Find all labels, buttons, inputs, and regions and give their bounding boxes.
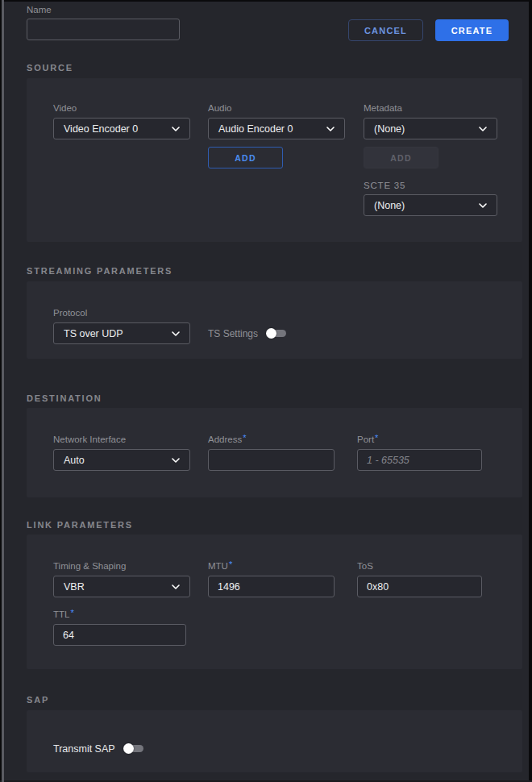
audio-label: Audio	[208, 103, 231, 113]
destination-panel: Network Interface Auto Address* Port*	[27, 408, 522, 497]
chevron-down-icon	[172, 127, 180, 131]
required-marker: *	[243, 433, 246, 443]
metadata-add-button: ADD	[364, 147, 438, 168]
video-select[interactable]: Video Encoder 0	[53, 118, 190, 139]
audio-select-value: Audio Encoder 0	[218, 123, 293, 135]
chevron-down-icon	[172, 331, 180, 336]
streaming-panel: Protocol TS over UDP TS Settings	[27, 281, 522, 359]
scte35-select-value: (None)	[374, 200, 405, 211]
required-marker: *	[375, 433, 378, 443]
timing-shaping-select-value: VBR	[64, 581, 85, 593]
name-label: Name	[27, 5, 52, 15]
source-section-title: SOURCE	[27, 63, 73, 73]
video-label: Video	[53, 103, 77, 113]
port-label: Port*	[357, 435, 378, 444]
protocol-label: Protocol	[53, 308, 87, 318]
metadata-select[interactable]: (None)	[364, 118, 497, 139]
ts-settings-row: TS Settings	[208, 322, 286, 344]
cancel-button[interactable]: CANCEL	[348, 19, 423, 41]
metadata-select-value: (None)	[374, 123, 405, 135]
metadata-label: Metadata	[364, 103, 402, 113]
sap-panel: Transmit SAP	[27, 710, 522, 772]
chevron-down-icon	[326, 127, 335, 131]
video-select-value: Video Encoder 0	[64, 123, 138, 135]
tos-label: ToS	[357, 561, 373, 571]
link-panel: Timing & Shaping VBR MTU* ToS TTL*	[27, 535, 522, 669]
required-marker: *	[70, 608, 73, 618]
toggle-knob	[123, 743, 134, 754]
transmit-sap-row: Transmit SAP	[53, 738, 143, 759]
name-input[interactable]	[27, 19, 180, 40]
scte35-label: SCTE 35	[364, 181, 405, 190]
mtu-label: MTU*	[208, 561, 232, 571]
window-right-edge	[529, 0, 532, 782]
streaming-section-title: STREAMING PARAMETERS	[27, 266, 172, 276]
destination-section-title: DESTINATION	[27, 393, 102, 403]
protocol-select-value: TS over UDP	[64, 328, 123, 339]
network-interface-label: Network Interface	[53, 435, 126, 444]
timing-shaping-label: Timing & Shaping	[53, 561, 126, 571]
address-input[interactable]	[208, 449, 335, 471]
left-scrollbar[interactable]	[2, 0, 4, 782]
window-top-edge	[0, 0, 532, 2]
transmit-sap-label: Transmit SAP	[53, 743, 115, 755]
mtu-input[interactable]	[208, 576, 335, 597]
address-label: Address*	[208, 435, 246, 444]
chevron-down-icon	[479, 203, 487, 208]
ts-settings-toggle[interactable]	[266, 328, 286, 339]
chevron-down-icon	[172, 458, 180, 463]
required-marker: *	[229, 559, 232, 569]
port-input[interactable]	[357, 449, 482, 471]
transmit-sap-toggle[interactable]	[123, 743, 143, 754]
create-button[interactable]: CREATE	[435, 19, 509, 41]
protocol-select[interactable]: TS over UDP	[53, 322, 190, 344]
toggle-knob	[266, 328, 276, 339]
audio-select[interactable]: Audio Encoder 0	[208, 118, 345, 139]
chevron-down-icon	[479, 127, 487, 131]
tos-input[interactable]	[357, 576, 482, 597]
link-section-title: LINK PARAMETERS	[27, 520, 133, 530]
network-interface-select-value: Auto	[64, 455, 85, 466]
timing-shaping-select[interactable]: VBR	[53, 576, 190, 597]
audio-add-button[interactable]: ADD	[208, 147, 283, 168]
ttl-input[interactable]	[53, 624, 186, 646]
ts-settings-label: TS Settings	[208, 328, 258, 339]
scte35-select[interactable]: (None)	[364, 194, 497, 216]
chevron-down-icon	[172, 584, 180, 589]
ttl-label: TTL*	[53, 609, 74, 619]
sap-section-title: SAP	[27, 695, 49, 705]
network-interface-select[interactable]: Auto	[53, 449, 190, 471]
source-panel: Video Video Encoder 0 Audio Audio Encode…	[27, 78, 522, 242]
